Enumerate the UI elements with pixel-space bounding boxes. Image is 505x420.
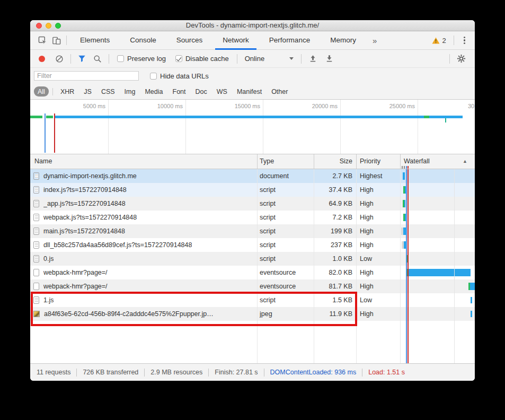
status-item[interactable]: Load: 1.51 s (368, 369, 405, 376)
panel-tabs: ElementsConsoleSourcesNetworkPerformance… (70, 31, 366, 50)
close-window-button[interactable] (36, 23, 42, 29)
settings-gear-icon[interactable] (457, 54, 466, 63)
filter-chip-media[interactable]: Media (141, 86, 166, 97)
request-size-cell: 37.4 KB (314, 183, 352, 197)
column-header-name[interactable]: Name (34, 154, 52, 169)
request-size-cell: 237 KB (314, 238, 352, 252)
ruler-tick (407, 166, 409, 169)
document-file-icon (33, 214, 39, 221)
column-divider[interactable] (400, 154, 401, 169)
checkbox-unchecked[interactable] (150, 73, 157, 80)
request-name-cell[interactable]: dynamic-import-nextjs.glitch.me (33, 169, 254, 183)
tab-sources[interactable]: Sources (166, 31, 213, 50)
request-name-cell[interactable]: dll_b58c257da4aa56d89cef.js?ts=157227091… (33, 238, 254, 252)
search-icon[interactable] (93, 55, 102, 63)
resource-type-filters: AllXHRJSCSSImgMediaFontDocWSManifestOthe… (30, 84, 475, 100)
request-priority-cell: High (360, 238, 398, 252)
filter-chip-css[interactable]: CSS (98, 86, 119, 97)
tab-network[interactable]: Network (212, 31, 259, 50)
filter-chip-xhr[interactable]: XHR (57, 86, 78, 97)
device-toolbar-icon[interactable] (49, 34, 63, 47)
filter-chip-font[interactable]: Font (169, 86, 190, 97)
requests-table-body: dynamic-import-nextjs.glitch.medocument2… (30, 169, 475, 363)
request-name-cell[interactable]: main.js?ts=1572270914848 (33, 224, 254, 238)
status-item[interactable]: DOMContentLoaded: 936 ms (270, 369, 357, 376)
column-divider[interactable] (356, 154, 357, 169)
filter-input[interactable] (34, 71, 139, 81)
request-type-cell: script (260, 252, 312, 266)
divider (52, 88, 53, 95)
warning-icon (432, 37, 440, 44)
request-size-cell: 64.9 KB (314, 197, 352, 211)
network-status-bar: 11 requests726 KB transferred2.9 MB reso… (30, 363, 475, 381)
tab-memory[interactable]: Memory (320, 31, 366, 50)
checkbox-unchecked[interactable] (117, 55, 124, 62)
console-warnings-badge[interactable]: 2 (432, 37, 446, 45)
request-priority-cell: High (360, 307, 398, 321)
zoom-window-button[interactable] (55, 23, 61, 29)
request-size-cell: 7.2 KB (314, 211, 352, 224)
export-har-icon[interactable] (325, 54, 334, 63)
timeline-gridline (185, 100, 186, 154)
tab-performance[interactable]: Performance (259, 31, 320, 50)
checkbox-checked[interactable] (175, 55, 182, 62)
filter-chip-js[interactable]: JS (80, 86, 95, 97)
devtools-window: DevTools - dynamic-import-nextjs.glitch.… (30, 20, 475, 381)
red-annotation-box (31, 292, 357, 326)
blank-file-icon (33, 283, 39, 290)
record-network-log-button[interactable] (39, 56, 45, 62)
request-name-cell[interactable]: _app.js?ts=1572270914848 (33, 197, 254, 211)
column-divider (356, 169, 357, 363)
filter-chip-other[interactable]: Other (268, 86, 291, 97)
filter-chip-ws[interactable]: WS (213, 86, 231, 97)
filter-chip-img[interactable]: Img (121, 86, 139, 97)
divider (237, 54, 237, 64)
request-name: index.js?ts=1572270914848 (43, 183, 127, 197)
more-tabs-button[interactable]: » (366, 36, 383, 45)
column-header-priority[interactable]: Priority (360, 154, 380, 169)
column-divider[interactable] (314, 154, 314, 169)
request-name-cell[interactable]: index.js?ts=1572270914848 (33, 183, 254, 197)
column-header-type[interactable]: Type (260, 154, 274, 169)
import-har-icon[interactable] (308, 54, 317, 63)
sort-ascending-icon[interactable]: ▲ (463, 154, 467, 169)
preserve-log-checkbox[interactable]: Preserve log (117, 55, 166, 63)
network-overview-timeline[interactable]: 5000 ms10000 ms15000 ms20000 ms25000 ms3… (30, 100, 475, 154)
request-name-cell[interactable]: webpack.js?ts=1572270914848 (33, 211, 254, 224)
waterfall-bar (470, 283, 475, 290)
request-priority-cell: High (360, 224, 398, 238)
document-file-icon (33, 228, 39, 235)
throttling-select[interactable]: Online (245, 55, 294, 63)
hide-data-urls-checkbox[interactable]: Hide data URLs (150, 72, 209, 80)
divider (144, 369, 145, 377)
chevron-down-icon (289, 57, 294, 60)
inspect-element-icon[interactable] (36, 34, 49, 47)
waterfall-gridline (454, 169, 455, 363)
request-name-cell[interactable]: 0.js (33, 252, 254, 266)
column-header-size[interactable]: Size (314, 154, 352, 169)
column-divider[interactable] (257, 154, 258, 169)
timeline-tick-label: 20000 ms (312, 103, 338, 109)
filter-funnel-icon[interactable] (78, 55, 86, 63)
filter-chip-manifest[interactable]: Manifest (233, 86, 265, 97)
divider (264, 369, 264, 377)
request-name: _app.js?ts=1572270914848 (43, 197, 126, 211)
disable-cache-checkbox[interactable]: Disable cache (175, 55, 229, 63)
overview-activity-bar (30, 116, 42, 118)
warning-count: 2 (442, 37, 446, 45)
disable-cache-label: Disable cache (185, 55, 229, 63)
window-titlebar[interactable]: DevTools - dynamic-import-nextjs.glitch.… (30, 20, 475, 31)
more-options-icon[interactable] (457, 37, 472, 45)
tab-console[interactable]: Console (120, 31, 166, 50)
minimize-window-button[interactable] (46, 23, 51, 29)
filter-chip-all[interactable]: All (34, 86, 49, 97)
filter-chip-doc[interactable]: Doc (192, 86, 211, 97)
timeline-gridline (108, 100, 109, 154)
divider (454, 36, 454, 45)
tab-elements[interactable]: Elements (70, 31, 120, 50)
request-name: dll_b58c257da4aa56d89cef.js?ts=157227091… (43, 238, 192, 252)
window-title: DevTools - dynamic-import-nextjs.glitch.… (30, 20, 475, 31)
blank-file-icon (33, 269, 39, 276)
clear-network-log-icon[interactable] (55, 55, 64, 63)
request-name-cell[interactable]: webpack-hmr?page=/ (33, 266, 254, 279)
